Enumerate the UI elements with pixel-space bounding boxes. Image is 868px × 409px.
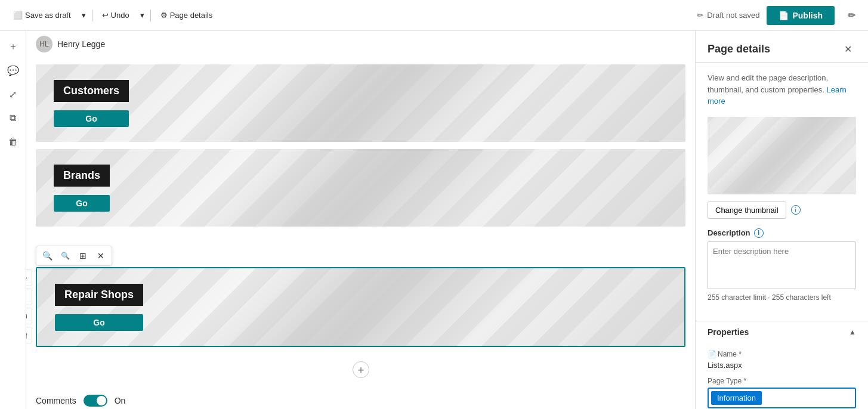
publish-icon: 📄 bbox=[779, 11, 789, 20]
avatar: HL bbox=[36, 36, 52, 52]
zoom-fit-button[interactable]: ⊞ bbox=[75, 247, 91, 264]
change-thumbnail-label: Change thumbnail bbox=[715, 206, 779, 215]
toggle-on-label: On bbox=[115, 396, 126, 405]
card-duplicate-icon[interactable]: ⧉ bbox=[26, 308, 32, 324]
user-header: HL Henry Legge bbox=[26, 31, 695, 57]
brands-card-bg: Brands Go bbox=[36, 149, 685, 227]
main-layout: ＋ 💬 ⤢ ⧉ 🗑 HL Henry Legge Customers Go bbox=[0, 31, 868, 409]
properties-header[interactable]: Properties ▲ bbox=[696, 321, 868, 343]
char-limit-label: 255 character limit · 255 characters lef… bbox=[708, 293, 856, 302]
cards-section: Customers Go Brands Go bbox=[26, 57, 695, 383]
publish-button[interactable]: 📄 Publish bbox=[767, 6, 835, 25]
file-icon: 📄 bbox=[708, 350, 716, 358]
left-sidebar: ＋ 💬 ⤢ ⧉ 🗑 bbox=[0, 31, 26, 409]
brands-card[interactable]: Brands Go bbox=[36, 149, 685, 227]
zoom-out-button[interactable]: 🔍 bbox=[57, 247, 73, 264]
undo-button[interactable]: ↩ Undo bbox=[96, 7, 135, 23]
properties-title: Properties bbox=[708, 327, 749, 337]
toolbar-divider-2 bbox=[150, 10, 151, 21]
edit-icon: ✏ bbox=[848, 10, 855, 21]
card-delete-icon[interactable]: 🗑 bbox=[26, 327, 32, 343]
sidebar-add-icon[interactable]: ＋ bbox=[2, 36, 24, 57]
panel-body: View and edit the page description, thum… bbox=[696, 63, 868, 321]
toggle-thumb bbox=[97, 396, 106, 405]
panel-description: View and edit the page description, thum… bbox=[708, 72, 856, 107]
name-field-label: 📄 Name * bbox=[708, 350, 856, 358]
add-section-button[interactable]: ＋ bbox=[353, 361, 369, 378]
sidebar-move-icon[interactable]: ⤢ bbox=[2, 83, 24, 105]
customers-card-bg: Customers Go bbox=[36, 64, 685, 142]
zoom-in-button[interactable]: 🔍 bbox=[39, 247, 55, 264]
thumbnail-info-icon[interactable]: i bbox=[791, 205, 801, 215]
properties-body: 📄 Name * Lists.aspx Page Type * Informat… bbox=[696, 343, 868, 410]
sidebar-delete-icon[interactable]: 🗑 bbox=[2, 131, 24, 153]
sidebar-copy-icon[interactable]: ⧉ bbox=[2, 107, 24, 129]
thumbnail-image bbox=[708, 117, 856, 194]
customers-card[interactable]: Customers Go bbox=[36, 64, 685, 142]
page-type-field-label: Page Type * bbox=[708, 377, 856, 385]
save-draft-label: Save as draft bbox=[25, 11, 71, 20]
undo-dropdown[interactable]: ▾ bbox=[138, 7, 147, 23]
repair-shops-card-content: Repair Shops Go bbox=[55, 284, 143, 331]
repair-shops-card-wrapper: ✏ ⤢ ⧉ 🗑 Repair Shops Go bbox=[36, 267, 685, 347]
brands-card-content: Brands Go bbox=[54, 165, 110, 212]
right-panel: Page details ✕ View and edit the page de… bbox=[695, 31, 868, 409]
toolbar-divider-1 bbox=[92, 10, 92, 21]
draft-status: ✏ Draft not saved bbox=[697, 11, 759, 20]
canvas-area: HL Henry Legge Customers Go bbox=[26, 31, 695, 409]
repair-shops-go-button[interactable]: Go bbox=[55, 314, 143, 331]
user-name: Henry Legge bbox=[57, 39, 105, 49]
repair-shops-label: Repair Shops bbox=[55, 284, 143, 306]
description-info-icon[interactable]: i bbox=[754, 228, 764, 238]
panel-title: Page details bbox=[708, 43, 770, 55]
customers-go-button[interactable]: Go bbox=[54, 110, 129, 127]
name-field-value: Lists.aspx bbox=[708, 361, 856, 370]
card-actions-left: ✏ ⤢ ⧉ 🗑 bbox=[26, 269, 32, 343]
edit-pencil-button[interactable]: ✏ bbox=[842, 6, 861, 25]
zoom-toolbar: 🔍 🔍 ⊞ ✕ bbox=[36, 246, 112, 266]
zoom-close-button[interactable]: ✕ bbox=[92, 247, 109, 264]
gear-icon: ⚙ bbox=[160, 11, 168, 20]
card-move-icon[interactable]: ⤢ bbox=[26, 289, 32, 305]
properties-chevron-icon: ▲ bbox=[849, 328, 856, 336]
customers-card-content: Customers Go bbox=[54, 80, 129, 127]
undo-icon: ↩ bbox=[102, 11, 109, 20]
toolbar-left: ⬜ Save as draft ▾ ↩ Undo ▾ ⚙ Page detail… bbox=[7, 7, 692, 23]
page-details-label: Page details bbox=[170, 11, 213, 20]
save-draft-dropdown[interactable]: ▾ bbox=[79, 7, 88, 23]
zoom-toolbar-container: 🔍 🔍 ⊞ ✕ bbox=[36, 246, 685, 266]
change-thumbnail-button[interactable]: Change thumbnail bbox=[708, 202, 786, 219]
save-draft-button[interactable]: ⬜ Save as draft bbox=[7, 7, 77, 23]
repair-shops-card-bg: Repair Shops Go bbox=[37, 268, 684, 346]
comments-label: Comments bbox=[36, 396, 76, 405]
toolbar: ⬜ Save as draft ▾ ↩ Undo ▾ ⚙ Page detail… bbox=[0, 0, 868, 31]
description-textarea[interactable] bbox=[708, 241, 856, 289]
description-section-label: Description i bbox=[708, 228, 856, 238]
brands-go-button[interactable]: Go bbox=[54, 195, 110, 212]
page-type-container[interactable]: Information bbox=[708, 388, 856, 408]
canvas-content: HL Henry Legge Customers Go bbox=[26, 31, 695, 409]
add-section-bottom: ＋ bbox=[36, 357, 685, 383]
panel-close-button[interactable]: ✕ bbox=[839, 41, 856, 57]
thumbnail-row: Change thumbnail i bbox=[708, 202, 856, 219]
sidebar-comment-icon[interactable]: 💬 bbox=[2, 60, 24, 81]
brands-label: Brands bbox=[54, 165, 110, 187]
comments-toggle[interactable] bbox=[84, 395, 107, 407]
panel-header: Page details ✕ bbox=[696, 31, 868, 63]
pencil-icon: ✏ bbox=[697, 11, 703, 20]
undo-label: Undo bbox=[111, 11, 129, 20]
repair-shops-card[interactable]: Repair Shops Go bbox=[36, 267, 685, 347]
card-edit-icon[interactable]: ✏ bbox=[26, 269, 32, 286]
publish-label: Publish bbox=[792, 11, 823, 20]
customers-label: Customers bbox=[54, 80, 129, 102]
page-details-button[interactable]: ⚙ Page details bbox=[155, 7, 219, 23]
page-type-value[interactable]: Information bbox=[711, 391, 762, 405]
comments-bar: Comments On bbox=[26, 388, 695, 409]
toolbar-right: ✏ Draft not saved 📄 Publish ✏ bbox=[697, 6, 861, 25]
save-icon: ⬜ bbox=[13, 11, 23, 20]
